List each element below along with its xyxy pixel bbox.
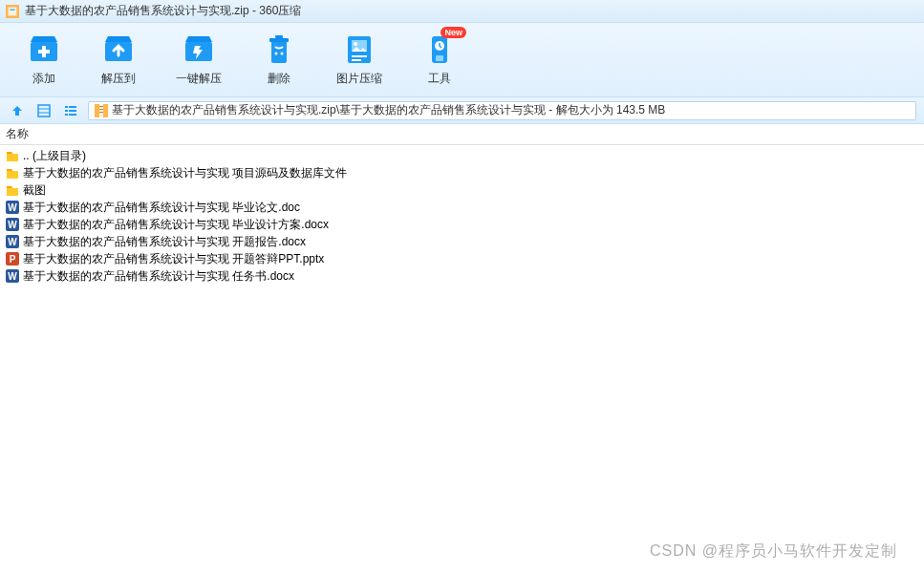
- new-badge: New: [441, 27, 466, 38]
- path-text: 基于大数据的农产品销售系统设计与实现.zip\基于大数据的农产品销售系统设计与实…: [112, 102, 665, 118]
- extract-to-icon: [101, 32, 136, 67]
- word-icon: W: [6, 269, 19, 283]
- svg-point-11: [281, 53, 284, 55]
- file-row[interactable]: W基于大数据的农产品销售系统设计与实现 毕业论文.doc: [0, 199, 924, 216]
- titlebar: 基于大数据的农产品销售系统设计与实现.zip - 360压缩: [0, 0, 924, 23]
- extract-to-label: 解压到: [101, 71, 136, 87]
- delete-button[interactable]: 删除: [262, 32, 296, 87]
- add-icon: [27, 32, 61, 67]
- word-icon: W: [6, 201, 19, 214]
- svg-text:W: W: [8, 237, 17, 247]
- one-click-extract-label: 一键解压: [176, 71, 222, 87]
- svg-rect-8: [269, 38, 289, 42]
- word-icon: W: [6, 235, 19, 248]
- svg-text:W: W: [8, 202, 17, 213]
- file-row[interactable]: W基于大数据的农产品销售系统设计与实现 毕业设计方案.docx: [0, 216, 924, 233]
- svg-point-10: [275, 53, 278, 55]
- file-name: 基于大数据的农产品销售系统设计与实现 毕业设计方案.docx: [23, 217, 329, 233]
- svg-rect-31: [99, 106, 103, 107]
- one-click-extract-button[interactable]: 一键解压: [176, 32, 222, 87]
- file-row[interactable]: W基于大数据的农产品销售系统设计与实现 任务书.docx: [0, 267, 924, 285]
- svg-rect-27: [65, 114, 68, 116]
- extract-to-button[interactable]: 解压到: [101, 32, 136, 87]
- svg-text:W: W: [8, 220, 17, 230]
- file-name: 基于大数据的农产品销售系统设计与实现 开题报告.docx: [23, 234, 306, 250]
- watermark: CSDN @程序员小马软件开发定制: [650, 541, 897, 562]
- addressbar: 基于大数据的农产品销售系统设计与实现.zip\基于大数据的农产品销售系统设计与实…: [0, 97, 924, 124]
- svg-rect-23: [65, 106, 68, 108]
- tools-label: 工具: [428, 71, 451, 87]
- svg-rect-15: [352, 55, 367, 57]
- tools-button[interactable]: New 工具: [422, 32, 457, 87]
- delete-icon: [262, 32, 296, 67]
- view-list-button[interactable]: [61, 101, 80, 120]
- image-compress-label: 图片压缩: [336, 71, 382, 87]
- folder-icon: [6, 183, 19, 197]
- svg-rect-32: [99, 109, 103, 110]
- svg-rect-5: [38, 50, 50, 53]
- svg-rect-33: [99, 112, 103, 113]
- image-compress-icon: [342, 32, 376, 67]
- file-list: .. (上级目录)基于大数据的农产品销售系统设计与实现 项目源码及数据库文件截图…: [0, 145, 924, 286]
- file-name: .. (上级目录): [23, 148, 86, 164]
- svg-rect-9: [275, 35, 283, 38]
- one-click-extract-icon: [182, 32, 216, 67]
- file-name: 基于大数据的农产品销售系统设计与实现 毕业论文.doc: [23, 200, 300, 216]
- svg-text:W: W: [8, 271, 17, 282]
- add-label: 添加: [32, 71, 55, 87]
- svg-rect-1: [9, 7, 17, 15]
- file-name: 基于大数据的农产品销售系统设计与实现 任务书.docx: [23, 268, 294, 285]
- columns-header[interactable]: 名称: [0, 124, 924, 145]
- column-name: 名称: [6, 126, 29, 142]
- svg-rect-25: [65, 110, 68, 112]
- svg-rect-16: [352, 59, 361, 61]
- svg-rect-19: [436, 55, 443, 61]
- image-compress-button[interactable]: 图片压缩: [336, 32, 382, 87]
- svg-text:P: P: [10, 254, 16, 265]
- add-button[interactable]: 添加: [27, 32, 61, 87]
- folder-icon: [6, 166, 19, 180]
- svg-point-14: [354, 42, 357, 46]
- file-name: 基于大数据的农产品销售系统设计与实现 开题答辩PPT.pptx: [23, 251, 324, 267]
- file-row[interactable]: W基于大数据的农产品销售系统设计与实现 开题报告.docx: [0, 233, 924, 250]
- up-level-button[interactable]: [8, 101, 27, 120]
- window-title: 基于大数据的农产品销售系统设计与实现.zip - 360压缩: [25, 3, 301, 19]
- svg-rect-2: [10, 9, 14, 11]
- svg-rect-24: [69, 106, 76, 108]
- file-row[interactable]: .. (上级目录): [0, 147, 924, 164]
- svg-rect-28: [69, 114, 76, 116]
- view-details-button[interactable]: [34, 101, 54, 120]
- file-name: 截图: [23, 182, 46, 199]
- word-icon: W: [6, 218, 19, 231]
- archive-icon: [95, 104, 108, 117]
- folder-icon: [6, 149, 19, 162]
- app-icon: [6, 5, 19, 18]
- toolbar: 添加 解压到 一键解压 删除 图片压缩 New 工具: [0, 23, 924, 97]
- delete-label: 删除: [268, 71, 290, 87]
- path-input[interactable]: 基于大数据的农产品销售系统设计与实现.zip\基于大数据的农产品销售系统设计与实…: [88, 101, 916, 120]
- file-row[interactable]: P基于大数据的农产品销售系统设计与实现 开题答辩PPT.pptx: [0, 250, 924, 267]
- file-name: 基于大数据的农产品销售系统设计与实现 项目源码及数据库文件: [23, 165, 347, 181]
- ppt-icon: P: [6, 252, 19, 265]
- file-row[interactable]: 基于大数据的农产品销售系统设计与实现 项目源码及数据库文件: [0, 164, 924, 181]
- svg-rect-26: [69, 110, 76, 112]
- svg-rect-20: [38, 105, 50, 117]
- file-row[interactable]: 截图: [0, 181, 924, 199]
